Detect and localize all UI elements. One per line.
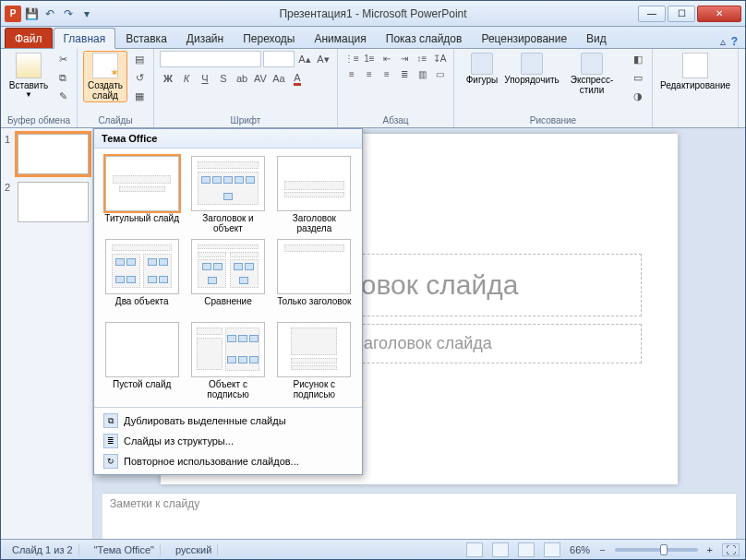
- slideshow-view-button[interactable]: [544, 542, 560, 557]
- columns-icon[interactable]: ▥: [414, 66, 430, 81]
- shadow-icon[interactable]: ab: [234, 70, 250, 87]
- close-button[interactable]: ✕: [697, 6, 741, 22]
- layout-picture-caption[interactable]: Рисунок с подписью: [274, 322, 355, 399]
- layout-title-slide[interactable]: Титульный слайд: [102, 156, 182, 233]
- thumbnail-slide-2[interactable]: 2: [5, 182, 89, 222]
- tab-home[interactable]: Главная: [54, 28, 116, 49]
- italic-icon[interactable]: К: [178, 70, 195, 87]
- tab-insert[interactable]: Вставка: [116, 29, 176, 48]
- font-size-combo[interactable]: [263, 51, 295, 67]
- layout-title-only[interactable]: Только заголовок: [274, 239, 355, 316]
- layout-section-header[interactable]: Заголовок раздела: [274, 156, 355, 233]
- tab-slideshow[interactable]: Показ слайдов: [377, 29, 472, 48]
- save-icon[interactable]: 💾: [23, 6, 40, 22]
- status-theme[interactable]: "Тема Office": [89, 544, 161, 555]
- layout-icon[interactable]: ▤: [131, 51, 148, 67]
- char-spacing-icon[interactable]: AV: [252, 70, 269, 87]
- section-icon[interactable]: ▦: [131, 88, 148, 104]
- tab-design[interactable]: Дизайн: [177, 29, 233, 48]
- smartart-icon[interactable]: ▭: [431, 66, 448, 81]
- group-font-label: Шрифт: [160, 114, 331, 127]
- zoom-slider-thumb[interactable]: [660, 544, 668, 555]
- status-slide-count[interactable]: Слайд 1 из 2: [6, 544, 79, 555]
- reuse-slides-item[interactable]: ↻Повторное использование слайдов...: [94, 451, 362, 471]
- reset-icon[interactable]: ↺: [131, 69, 148, 86]
- group-slides: ✶ Создать слайд ▤ ↺ ▦ Слайды: [78, 49, 154, 127]
- font-family-combo[interactable]: [160, 51, 261, 67]
- strike-icon[interactable]: S: [215, 70, 232, 87]
- quick-styles-label: Экспресс-стили: [560, 75, 624, 95]
- copy-icon[interactable]: ⧉: [54, 69, 71, 86]
- numbering-icon[interactable]: 1≡: [361, 51, 378, 66]
- align-right-icon[interactable]: ≡: [379, 66, 395, 81]
- gallery-item-label: Дублировать выделенные слайды: [124, 415, 286, 426]
- window-controls: — ☐ ✕: [638, 6, 741, 22]
- zoom-in-button[interactable]: +: [707, 544, 713, 555]
- indent-dec-icon[interactable]: ⇤: [379, 51, 395, 66]
- paste-button[interactable]: Вставить ▼: [6, 51, 51, 99]
- app-logo-icon[interactable]: P: [5, 6, 21, 22]
- align-center-icon[interactable]: ≡: [361, 66, 378, 81]
- zoom-slider[interactable]: [615, 548, 698, 552]
- titlebar: P 💾 ↶ ↷ ▾ Презентация1 - Microsoft Power…: [1, 1, 745, 27]
- layout-label: Заголовок раздела: [274, 213, 355, 233]
- reading-view-button[interactable]: [518, 542, 535, 557]
- zoom-out-button[interactable]: −: [599, 544, 605, 555]
- justify-icon[interactable]: ≣: [396, 66, 413, 81]
- tab-view[interactable]: Вид: [577, 29, 616, 48]
- status-language[interactable]: русский: [170, 544, 218, 555]
- line-spacing-icon[interactable]: ↕≡: [414, 51, 430, 66]
- chevron-down-icon: ▼: [25, 90, 32, 99]
- shape-effects-icon[interactable]: ◑: [630, 88, 646, 104]
- editing-button[interactable]: Редактирование: [658, 51, 732, 90]
- indent-inc-icon[interactable]: ⇥: [396, 51, 413, 66]
- zoom-level[interactable]: 66%: [570, 544, 590, 555]
- redo-icon[interactable]: ↷: [60, 6, 77, 22]
- shape-fill-icon[interactable]: ◧: [630, 51, 646, 67]
- minimize-button[interactable]: —: [638, 6, 666, 22]
- maximize-button[interactable]: ☐: [668, 6, 695, 22]
- help-icon[interactable]: ?: [731, 35, 738, 48]
- new-slide-button[interactable]: ✶ Создать слайд: [83, 51, 127, 102]
- layout-blank[interactable]: Пустой слайд: [102, 322, 182, 399]
- layout-two-content[interactable]: Два объекта: [102, 239, 182, 316]
- layout-content-caption[interactable]: Объект с подписью: [187, 322, 268, 399]
- layout-title-content[interactable]: Заголовок и объект: [187, 156, 268, 233]
- normal-view-button[interactable]: [466, 542, 483, 557]
- change-case-icon[interactable]: Aa: [271, 70, 287, 87]
- notes-pane[interactable]: Заметки к слайду: [102, 493, 736, 539]
- quick-styles-button[interactable]: Экспресс-стили: [560, 51, 624, 95]
- ribbon-help: ▵ ?: [720, 35, 745, 48]
- tab-transitions[interactable]: Переходы: [234, 29, 304, 48]
- cut-icon[interactable]: ✂: [54, 51, 71, 67]
- align-left-icon[interactable]: ≡: [343, 66, 360, 81]
- tab-animation[interactable]: Анимация: [305, 29, 375, 48]
- decrease-font-icon[interactable]: A▾: [315, 51, 331, 67]
- layout-comparison[interactable]: Сравнение: [187, 239, 268, 316]
- tab-review[interactable]: Рецензирование: [472, 29, 576, 48]
- bold-icon[interactable]: Ж: [160, 70, 176, 87]
- paste-label: Вставить: [9, 80, 48, 90]
- minimize-ribbon-icon[interactable]: ▵: [720, 35, 726, 48]
- layout-label: Два объекта: [115, 296, 169, 316]
- qat-dropdown-icon[interactable]: ▾: [78, 6, 95, 22]
- undo-icon[interactable]: ↶: [42, 6, 58, 22]
- arrange-button[interactable]: Упорядочить: [510, 51, 554, 85]
- bullets-icon[interactable]: ⋮≡: [343, 51, 360, 66]
- sorter-view-button[interactable]: [492, 542, 509, 557]
- underline-icon[interactable]: Ч: [197, 70, 213, 87]
- duplicate-slides-item[interactable]: ⧉Дублировать выделенные слайды: [94, 411, 362, 431]
- shape-outline-icon[interactable]: ▭: [630, 69, 646, 86]
- increase-font-icon[interactable]: A▴: [296, 51, 313, 67]
- gallery-grid: Титульный слайд Заголовок и объект Загол…: [94, 149, 362, 407]
- window-title: Презентация1 - Microsoft PowerPoint: [1, 7, 745, 20]
- font-color-icon[interactable]: A: [289, 70, 306, 87]
- thumbnail-slide-1[interactable]: 1: [5, 134, 89, 174]
- shapes-button[interactable]: Фигуры: [460, 51, 504, 85]
- slide-thumbnails-panel[interactable]: 1 2: [1, 128, 93, 539]
- slides-from-outline-item[interactable]: ≣Слайды из структуры...: [94, 431, 362, 451]
- tab-file[interactable]: Файл: [5, 28, 53, 48]
- fit-to-window-button[interactable]: ⛶: [722, 543, 740, 556]
- text-direction-icon[interactable]: ↧A: [431, 51, 448, 66]
- format-painter-icon[interactable]: ✎: [54, 88, 71, 104]
